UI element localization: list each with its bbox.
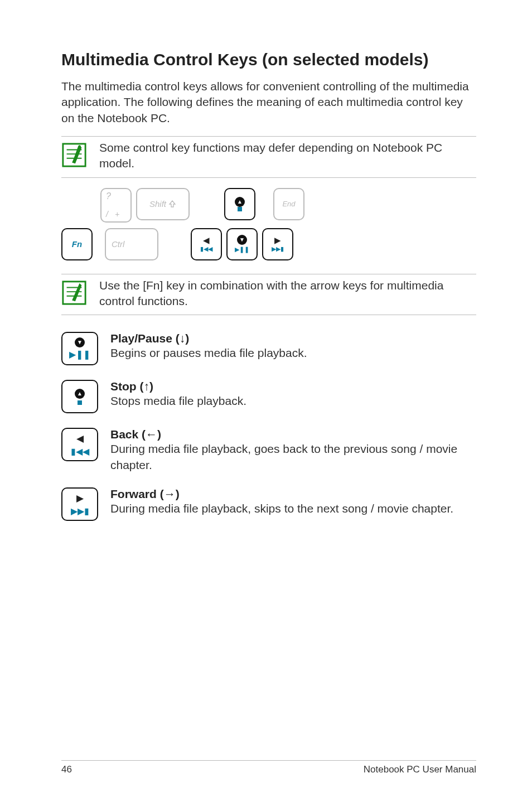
footer-divider (61, 760, 476, 761)
page-footer: 46 Notebook PC User Manual (61, 760, 476, 775)
divider (61, 315, 476, 315)
left-triangle-icon: ◀ (76, 433, 84, 445)
left-triangle-icon: ◀ (203, 236, 210, 244)
note-text-2: Use the [Fn] key in combination with the… (99, 278, 476, 310)
key-arrow-right-forward: ▶ ▶▶▮ (262, 228, 293, 260)
shift-up-icon (168, 200, 176, 208)
glyph-slash: / (106, 210, 108, 219)
label-end: End (282, 200, 295, 208)
label-fn: Fn (72, 239, 82, 249)
key-icon-forward: ▶ ▶▶▮ (61, 487, 98, 521)
key-ctrl: Ctrl (105, 228, 158, 260)
up-circle-icon: ▲ (235, 197, 245, 207)
down-circle-icon: ▼ (75, 337, 85, 347)
key-question-slash: ? /+ (100, 188, 132, 223)
function-title: Stop (↑) (110, 380, 476, 393)
prev-track-icon: ▮◀◀ (71, 446, 89, 457)
key-shift: Shift (136, 188, 190, 220)
function-desc: During media file playback, skips to the… (110, 501, 476, 516)
label-shift: Shift (149, 199, 166, 209)
play-pause-glyph-icon: ▶❚❚ (235, 246, 249, 253)
note-text-1: Some control key functions may defer dep… (99, 140, 476, 172)
function-item-back: ◀ ▮◀◀ Back (←) During media file playbac… (61, 428, 476, 473)
next-track-icon: ▶▶▮ (71, 506, 89, 516)
function-title: Play/Pause (↓) (110, 332, 476, 345)
glyph-plus: + (115, 210, 119, 219)
function-list: ▼ ▶❚❚ Play/Pause (↓) Begins or pauses me… (61, 332, 476, 521)
page-number: 46 (61, 764, 72, 775)
label-ctrl: Ctrl (112, 239, 124, 249)
stop-square-icon (238, 207, 242, 211)
next-track-icon: ▶▶▮ (272, 245, 284, 253)
intro-paragraph: The multimedia control keys allows for c… (61, 79, 476, 126)
key-fn: Fn (61, 228, 93, 260)
note-icon (61, 280, 87, 306)
function-item-stop: ▲ Stop (↑) Stops media file playback. (61, 380, 476, 413)
right-triangle-icon: ▶ (274, 236, 281, 244)
function-desc: Begins or pauses media file playback. (110, 345, 476, 361)
note-block-1: Some control key functions may defer dep… (61, 136, 476, 178)
right-triangle-icon: ▶ (76, 492, 84, 504)
function-desc: Stops media file playback. (110, 393, 476, 409)
section-title: Multimedia Control Keys (on selected mod… (61, 50, 476, 69)
function-title: Back (←) (110, 428, 476, 441)
key-arrow-left-back: ◀ ▮◀◀ (191, 228, 222, 260)
function-desc: During media file playback, goes back to… (110, 441, 476, 473)
divider (61, 177, 476, 178)
up-circle-icon: ▲ (75, 389, 85, 399)
doc-title-footer: Notebook PC User Manual (364, 764, 476, 775)
note-block-2: Use the [Fn] key in combination with the… (61, 274, 476, 316)
play-pause-glyph-icon: ▶❚❚ (69, 349, 90, 360)
key-icon-back: ◀ ▮◀◀ (61, 428, 98, 461)
down-circle-icon: ▼ (237, 235, 247, 245)
key-end: End (273, 188, 304, 220)
function-title: Forward (→) (110, 487, 476, 501)
function-item-play-pause: ▼ ▶❚❚ Play/Pause (↓) Begins or pauses me… (61, 332, 476, 365)
key-arrow-down-playpause: ▼ ▶❚❚ (226, 228, 258, 260)
key-arrow-up-stop: ▲ (224, 188, 255, 220)
glyph-question: ? (106, 191, 111, 201)
stop-square-icon (78, 400, 82, 405)
note-icon (61, 142, 87, 168)
keyboard-diagram: ? /+ Shift ▲ End Fn Ctrl ◀ ▮◀◀ ▼ ▶❚❚ ▶ ▶… (61, 188, 476, 260)
key-icon-stop: ▲ (61, 380, 98, 413)
key-icon-play-pause: ▼ ▶❚❚ (61, 332, 98, 365)
prev-track-icon: ▮◀◀ (200, 245, 212, 253)
function-item-forward: ▶ ▶▶▮ Forward (→) During media file play… (61, 487, 476, 521)
